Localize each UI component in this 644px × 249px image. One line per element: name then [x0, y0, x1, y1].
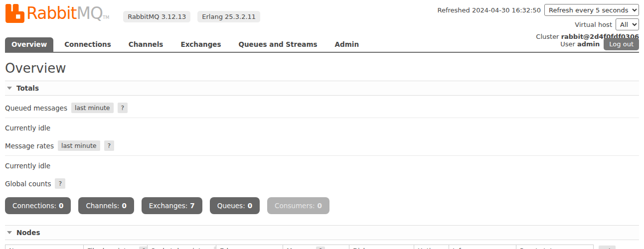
file-descriptors-help-icon[interactable]: ? [139, 247, 147, 249]
tab-exchanges[interactable]: Exchanges [174, 37, 227, 52]
message-rates-range-badge[interactable]: last minute [58, 140, 100, 151]
rabbitmq-logo-icon [5, 4, 25, 23]
col-uptime: Uptime [414, 245, 449, 249]
refreshed-timestamp: Refreshed 2024-04-30 16:32:50 [437, 6, 541, 14]
consumers-count-label: Consumers: [275, 202, 315, 210]
col-erlang-processes: Erlang processes [216, 245, 283, 249]
trademark-label: TM [103, 15, 109, 20]
tab-channels[interactable]: Channels [122, 37, 170, 52]
message-rates-help-icon[interactable]: ? [104, 140, 115, 151]
global-counts-help-icon[interactable]: ? [55, 178, 65, 189]
header-controls: Refreshed 2024-04-30 16:32:50 Refresh ev… [437, 4, 639, 40]
virtual-host-label: Virtual host [575, 21, 612, 28]
global-count-buttons: Connections: 0 Channels: 0 Exchanges: 7 … [5, 197, 639, 214]
queued-messages-header: Queued messages last minute ? [5, 96, 639, 118]
app-header: RabbitMQTM RabbitMQ 3.12.13 Erlang 25.3.… [0, 0, 644, 36]
tab-queues-and-streams[interactable]: Queues and Streams [232, 37, 324, 52]
tab-connections[interactable]: Connections [58, 37, 118, 52]
connections-count-value: 0 [59, 202, 63, 210]
rabbitmq-version-badge: RabbitMQ 3.12.13 [123, 11, 190, 22]
brand-mq: MQ [76, 3, 102, 23]
exchanges-count-value: 7 [190, 202, 194, 210]
global-counts-header: Global counts ? [5, 171, 639, 191]
exchanges-count-button[interactable]: Exchanges: 7 [142, 197, 202, 214]
nodes-table-header-row: Name File descriptors? Socket descriptor… [5, 245, 594, 249]
connections-count-button[interactable]: Connections: 0 [5, 197, 71, 214]
queued-messages-help-icon[interactable]: ? [118, 103, 128, 113]
col-socket-descriptors: Socket descriptors? [148, 245, 216, 249]
refresh-row: Refreshed 2024-04-30 16:32:50 Refresh ev… [437, 4, 639, 16]
queues-count-button[interactable]: Queues: 0 [210, 197, 260, 214]
nodes-section-header[interactable]: Nodes [5, 225, 639, 240]
queues-count-value: 0 [248, 202, 252, 210]
logout-button[interactable]: Log out [604, 38, 639, 50]
tab-admin[interactable]: Admin [328, 37, 365, 52]
main-nav: Overview Connections Channels Exchanges … [5, 38, 639, 53]
version-badges: RabbitMQ 3.12.13 Erlang 25.3.2.11 [123, 11, 260, 22]
socket-descriptors-help-icon[interactable]: ? [214, 247, 216, 249]
totals-section-header[interactable]: Totals [5, 81, 639, 96]
queued-messages-status: Currently idle [5, 118, 639, 133]
collapse-triangle-icon [7, 231, 12, 234]
channels-count-label: Channels: [86, 202, 119, 210]
nodes-heading: Nodes [16, 229, 40, 237]
queues-count-label: Queues: [217, 202, 245, 210]
global-counts-label: Global counts [5, 180, 51, 188]
user-name: admin [577, 40, 600, 48]
brand-rabbit: Rabbit [26, 3, 76, 23]
col-file-descriptors: File descriptors? [84, 245, 148, 249]
col-name: Name [5, 245, 84, 249]
column-expander-badge[interactable]: +/- [599, 246, 616, 249]
message-rates-header: Message rates last minute ? [5, 133, 639, 156]
connections-count-label: Connections: [12, 202, 56, 210]
col-info: Info [449, 245, 516, 249]
totals-heading: Totals [16, 84, 39, 92]
user-area: User admin Log out [560, 38, 639, 50]
channels-count-value: 0 [122, 202, 126, 210]
memory-help-icon[interactable]: ? [316, 247, 325, 249]
brand-wordmark: RabbitMQTM [26, 3, 109, 23]
exchanges-count-label: Exchanges: [149, 202, 188, 210]
user-label: User [560, 40, 575, 48]
tab-overview[interactable]: Overview [5, 37, 53, 52]
refresh-interval-select[interactable]: Refresh every 5 seconds [544, 4, 639, 16]
user-label-and-name: User admin [560, 40, 600, 48]
erlang-version-badge: Erlang 25.3.2.11 [197, 11, 260, 22]
queued-messages-label: Queued messages [5, 104, 67, 112]
col-reset-stats: Reset stats [516, 245, 594, 249]
message-rates-status: Currently idle [5, 156, 639, 171]
collapse-triangle-icon [7, 87, 12, 90]
virtual-host-row: Virtual host All [437, 18, 639, 30]
consumers-count-value: 0 [318, 202, 322, 210]
page-title: Overview [5, 61, 639, 76]
col-disk-space: Disk space [349, 245, 414, 249]
consumers-count-button: Consumers: 0 [267, 197, 329, 214]
message-rates-label: Message rates [5, 142, 54, 150]
channels-count-button[interactable]: Channels: 0 [78, 197, 134, 214]
nodes-table-zone: Name File descriptors? Socket descriptor… [5, 245, 639, 249]
col-memory: Memory? [283, 245, 349, 249]
nodes-table: Name File descriptors? Socket descriptor… [5, 245, 594, 249]
virtual-host-select[interactable]: All [616, 18, 639, 30]
queued-messages-range-badge[interactable]: last minute [71, 103, 114, 113]
